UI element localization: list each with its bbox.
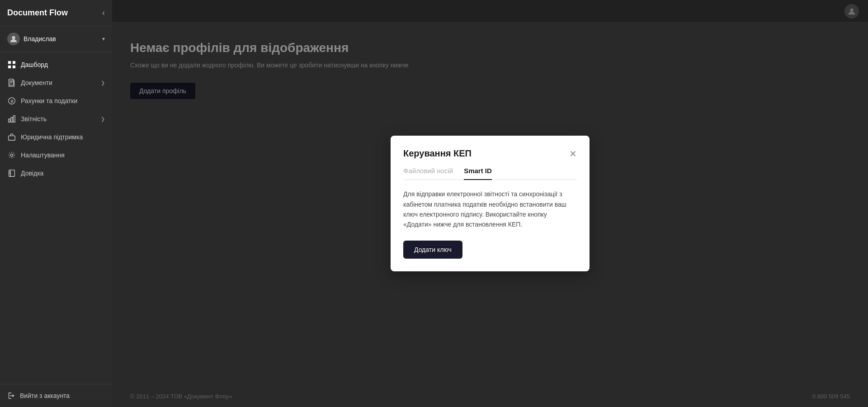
svg-rect-9: [11, 117, 13, 122]
briefcase-icon: [7, 133, 16, 142]
nav-section: Дашборд Документи ❯ ₴ Рахунки та податки…: [0, 52, 112, 186]
book-icon: [7, 169, 16, 178]
chart-icon: [7, 114, 16, 123]
sidebar-item-settings[interactable]: Налаштування: [0, 146, 112, 164]
svg-rect-1: [8, 61, 11, 64]
chevron-right-icon: ❯: [101, 116, 105, 122]
svg-text:₴: ₴: [10, 99, 14, 104]
svg-point-0: [12, 36, 15, 39]
grid-icon: [7, 60, 16, 69]
svg-rect-8: [9, 119, 10, 122]
sidebar-item-label: Документи: [21, 79, 52, 86]
svg-rect-4: [13, 66, 15, 68]
svg-point-12: [10, 154, 13, 156]
sidebar-item-label: Юридична підтримка: [21, 133, 83, 141]
chevron-down-icon: ▾: [102, 36, 105, 42]
collapse-icon[interactable]: ‹: [102, 8, 105, 18]
modal-header: Керування КЕП ✕: [403, 148, 577, 159]
sidebar-item-documents[interactable]: Документи ❯: [0, 74, 112, 92]
modal-overlay[interactable]: Керування КЕП ✕ Файловий носій Smart ID …: [112, 0, 868, 407]
sidebar-item-reporting[interactable]: Звітність ❯: [0, 110, 112, 128]
sidebar-item-label: Налаштування: [21, 151, 65, 159]
sidebar-item-label: Звітність: [21, 115, 47, 123]
tab-smart-id[interactable]: Smart ID: [464, 167, 492, 180]
sidebar-item-legal[interactable]: Юридична підтримка: [0, 128, 112, 146]
sidebar-title: Document Flow: [7, 8, 68, 18]
gear-icon: [7, 151, 16, 160]
main-content: Немає профілів для відображення Схоже що…: [112, 0, 868, 407]
tab-file-carrier[interactable]: Файловий носій: [403, 167, 453, 180]
add-key-button[interactable]: Додати ключ: [403, 241, 462, 259]
file-icon: [7, 78, 16, 87]
kep-modal: Керування КЕП ✕ Файловий носій Smart ID …: [391, 136, 590, 271]
svg-rect-10: [14, 116, 15, 122]
sidebar-item-label: Довідка: [21, 170, 43, 177]
dollar-icon: ₴: [7, 96, 16, 105]
logout-label: Вийти з аккаунта: [20, 392, 70, 399]
logout-icon: [7, 392, 15, 400]
svg-rect-2: [13, 61, 15, 64]
user-section[interactable]: Владислав ▾: [0, 26, 112, 52]
svg-rect-13: [9, 170, 15, 176]
svg-rect-3: [8, 66, 11, 68]
modal-title: Керування КЕП: [403, 148, 472, 159]
logout-button[interactable]: Вийти з аккаунта: [7, 392, 105, 400]
svg-rect-11: [9, 136, 15, 140]
modal-tabs: Файловий носій Smart ID: [403, 167, 577, 180]
chevron-right-icon: ❯: [101, 80, 105, 86]
user-name: Владислав: [24, 35, 56, 43]
sidebar: Document Flow ‹ Владислав ▾ Дашборд Доку…: [0, 0, 112, 407]
sidebar-header: Document Flow ‹: [0, 0, 112, 26]
sidebar-item-accounts[interactable]: ₴ Рахунки та податки: [0, 92, 112, 110]
sidebar-item-label: Дашборд: [21, 61, 48, 68]
modal-body: Для відправки електронної звітності та с…: [403, 189, 577, 230]
sidebar-footer: Вийти з аккаунта: [0, 384, 112, 407]
sidebar-item-label: Рахунки та податки: [21, 97, 77, 104]
modal-close-button[interactable]: ✕: [569, 149, 577, 158]
avatar: [7, 33, 20, 45]
sidebar-item-dashboard[interactable]: Дашборд: [0, 56, 112, 74]
sidebar-item-help[interactable]: Довідка: [0, 164, 112, 182]
